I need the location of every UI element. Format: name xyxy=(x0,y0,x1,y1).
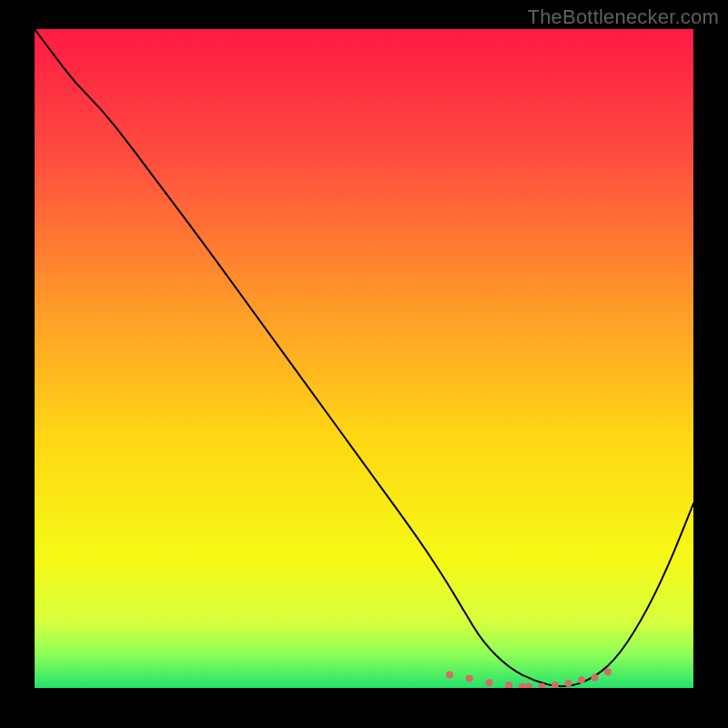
valley_marker-dot xyxy=(466,675,473,682)
valley_marker-dot xyxy=(505,682,512,689)
bottleneck-chart xyxy=(0,0,728,728)
valley_marker-dot xyxy=(578,676,585,683)
valley_marker-dot xyxy=(551,682,559,689)
valley_marker-dot xyxy=(446,672,453,679)
chart-frame: TheBottlenecker.com xyxy=(0,0,728,728)
valley_marker-dot xyxy=(604,669,612,676)
chart-plot-area xyxy=(35,29,693,688)
valley_marker-dot xyxy=(591,673,598,681)
valley_marker-dot xyxy=(564,680,571,687)
valley_marker-dot xyxy=(486,679,493,686)
watermark-text: TheBottlenecker.com xyxy=(528,5,719,29)
